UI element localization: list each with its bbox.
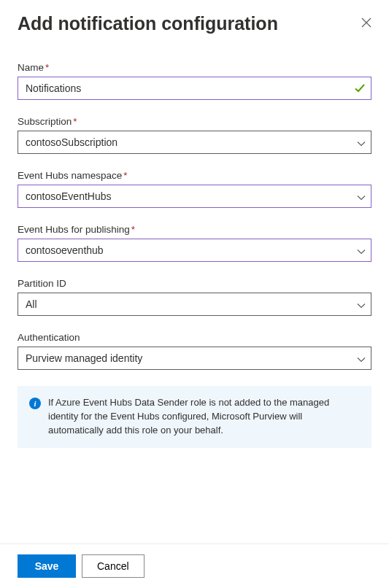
auth-select[interactable]: Purview managed identity [18, 347, 371, 370]
checkmark-icon [354, 82, 366, 94]
publishing-value: contosoeventhub [26, 244, 104, 256]
info-message: i If Azure Event Hubs Data Sender role i… [18, 386, 371, 448]
subscription-select[interactable]: contosoSubscription [18, 131, 371, 154]
close-button[interactable] [361, 19, 371, 29]
save-button[interactable]: Save [18, 554, 76, 578]
publishing-label: Event Hubs for publishing* [18, 224, 371, 235]
namespace-select[interactable]: contosoEventHubs [18, 185, 371, 208]
namespace-label: Event Hubs namespace* [18, 170, 371, 181]
publishing-select[interactable]: contosoeventhub [18, 239, 371, 262]
info-text: If Azure Event Hubs Data Sender role is … [48, 396, 360, 438]
panel-title: Add notification configuration [18, 13, 278, 34]
subscription-value: contosoSubscription [26, 136, 118, 148]
partition-value: All [26, 298, 37, 310]
auth-value: Purview managed identity [26, 352, 142, 364]
subscription-label: Subscription* [18, 116, 371, 127]
cancel-button[interactable]: Cancel [82, 554, 145, 578]
name-input[interactable] [18, 77, 371, 100]
namespace-value: contosoEventHubs [26, 190, 112, 202]
partition-select[interactable]: All [18, 293, 371, 316]
auth-label: Authentication [18, 332, 371, 343]
footer: Save Cancel [0, 543, 389, 588]
name-label: Name* [18, 62, 371, 73]
info-icon: i [29, 398, 41, 409]
partition-label: Partition ID [18, 278, 371, 289]
close-icon [361, 18, 371, 31]
